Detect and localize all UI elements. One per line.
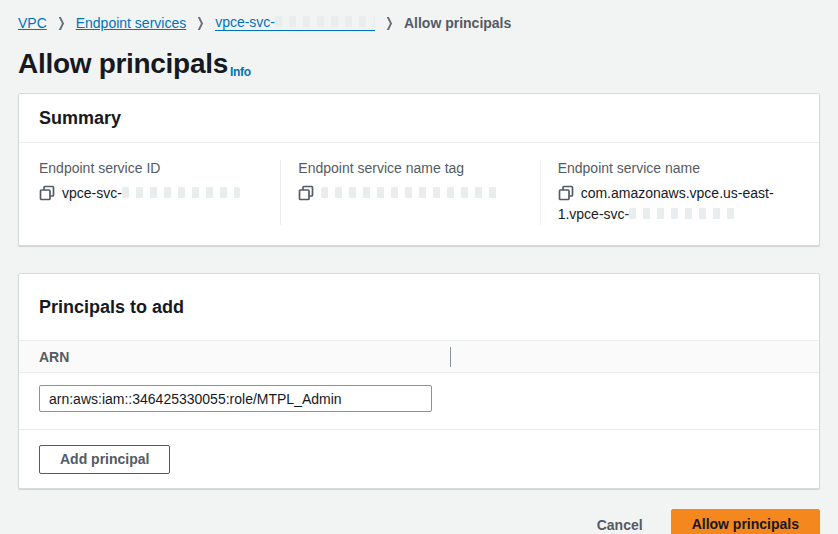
add-principal-button[interactable]: Add principal <box>39 445 170 474</box>
principals-card-title: Principals to add <box>19 274 819 341</box>
breadcrumb-link-service-id[interactable]: vpce-svc- <box>215 14 375 31</box>
summary-card-title: Summary <box>19 94 819 143</box>
field-endpoint-service-name: Endpoint service name com.amazonaws.vpce… <box>540 160 799 225</box>
field-label: Endpoint service name <box>558 160 783 176</box>
copy-icon[interactable] <box>298 185 314 201</box>
allow-principals-button[interactable]: Allow principals <box>671 509 820 534</box>
field-label: Endpoint service ID <box>39 160 264 176</box>
summary-fields: Endpoint service ID vpce-svc- Endpoint s… <box>19 143 819 245</box>
redacted-text <box>629 208 741 219</box>
arn-input[interactable] <box>39 385 432 412</box>
principals-card: Principals to add ARN Add principal <box>18 273 820 489</box>
principals-table-header: ARN <box>19 341 819 373</box>
field-value: com.amazonaws.vpce.us-east-1.vpce-svc- <box>558 183 783 225</box>
breadcrumb-link-vpc[interactable]: VPC <box>18 15 47 31</box>
info-link[interactable]: Info <box>230 65 251 79</box>
summary-card: Summary Endpoint service ID vpce-svc- En… <box>18 93 820 246</box>
redacted-text <box>275 16 375 27</box>
field-label: Endpoint service name tag <box>298 160 523 176</box>
chevron-right-icon: ❯ <box>57 15 65 30</box>
breadcrumb-current: Allow principals <box>404 15 511 31</box>
chevron-right-icon: ❯ <box>385 15 393 30</box>
principal-row <box>19 373 819 430</box>
field-endpoint-service-id: Endpoint service ID vpce-svc- <box>39 160 280 225</box>
value-text: vpce-svc- <box>62 185 122 201</box>
principals-card-actions: Add principal <box>19 430 819 488</box>
footer-actions: Cancel Allow principals <box>18 509 820 534</box>
cancel-button[interactable]: Cancel <box>595 513 645 534</box>
column-resize-handle[interactable] <box>450 347 451 367</box>
breadcrumb-link-endpoint-services[interactable]: Endpoint services <box>76 15 187 31</box>
breadcrumb: VPC ❯ Endpoint services ❯ vpce-svc- ❯ Al… <box>18 14 820 31</box>
allow-principals-page: VPC ❯ Endpoint services ❯ vpce-svc- ❯ Al… <box>0 0 838 534</box>
field-value: vpce-svc- <box>39 183 264 204</box>
field-endpoint-service-name-tag: Endpoint service name tag <box>280 160 539 225</box>
chevron-right-icon: ❯ <box>197 15 205 30</box>
redacted-text <box>122 187 240 198</box>
field-value <box>298 183 523 204</box>
copy-icon[interactable] <box>558 185 574 201</box>
page-title-text: Allow principals <box>18 48 228 79</box>
redacted-text <box>321 187 499 198</box>
page-title: Allow principalsInfo <box>18 48 820 80</box>
service-id-prefix: vpce-svc- <box>215 14 275 30</box>
arn-column-header: ARN <box>39 349 69 365</box>
copy-icon[interactable] <box>39 185 55 201</box>
